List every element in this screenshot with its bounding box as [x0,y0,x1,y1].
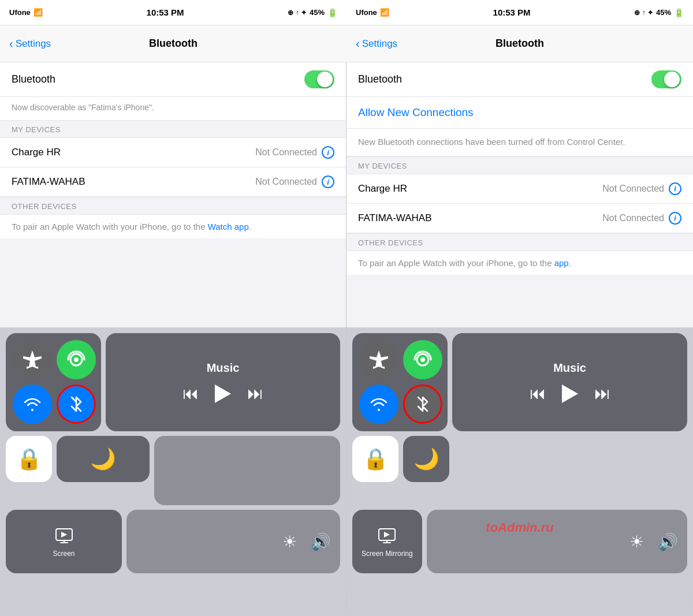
brightness-icon-right: ☀ [629,532,644,551]
battery-icon-left: 🔋 [327,8,337,17]
cc-music-left: Music ⏮ ⏭ [106,333,340,431]
back-button-left[interactable]: ‹ Settings [9,38,51,50]
battery-icon-right: 🔋 [674,8,684,17]
back-button-right[interactable]: ‹ Settings [356,38,397,50]
right-panel: Bluetooth Allow New Connections New Blue… [346,62,693,616]
play-btn-left[interactable] [215,384,231,403]
screen-mirroring-label-left: Screen [53,550,74,558]
location-icon-left: ⊕ ↑ ✦ [288,9,307,17]
bluetooth-row-left: Bluetooth [0,62,346,97]
status-bar-right: Ufone 📶 10:53 PM ⊕ ↑ ✦ 45% 🔋 [346,0,693,25]
lock-icon-left: 🔒 [16,447,42,471]
cc-connectivity-left [6,333,101,431]
cc-bottom-row-left: 🔒 🌙 [6,436,340,505]
toggle-knob-left [317,72,333,87]
device-status-charge-hr-right: Not Connected [602,184,664,194]
bluetooth-toggle-left[interactable] [304,70,334,88]
svg-marker-3 [61,532,67,537]
wifi-btn-right[interactable] [359,384,398,424]
cc-top-row-right: Music ⏮ ⏭ [352,333,687,431]
cellular-btn-left[interactable] [57,340,96,379]
control-center-overlay-left: Music ⏮ ⏭ 🔒 🌙 [0,327,346,616]
device-row-fatima-right: FATIMA-WAHAB Not Connected i [346,204,693,233]
device-name-charge-hr: Charge HR [12,147,61,158]
moon-icon-left: 🌙 [90,447,116,471]
airplane-btn-right[interactable] [359,340,398,379]
lock-rotation-btn-left[interactable]: 🔒 [6,436,52,482]
svg-marker-7 [384,532,390,537]
svg-point-1 [74,357,79,362]
bluetooth-row-right: Bluetooth [346,62,693,97]
empty-space-left [154,436,340,505]
bluetooth-toggle-right[interactable] [651,70,681,88]
device-right-charge-hr-right: Not Connected i [602,182,681,195]
allow-connections-btn[interactable]: Allow New Connections [358,106,474,118]
device-row-fatima: FATIMA-WAHAB Not Connected i [0,167,346,197]
device-status-fatima-right: Not Connected [602,213,664,223]
screen-mirroring-label-right: Screen Mirroring [362,550,413,558]
carrier-left: Ufone [9,8,31,17]
cellular-btn-right[interactable] [403,340,442,379]
device-row-charge-hr-right: Charge HR Not Connected i [346,174,693,204]
info-box-right: New Bluetooth connections have been turn… [346,129,693,156]
device-right-fatima-right: Not Connected i [602,212,681,225]
watermark: toAdmin.ru [486,520,553,535]
battery-right: 45% [656,8,671,17]
toggle-knob-right [664,72,680,87]
play-btn-right[interactable] [562,384,578,403]
left-panel: Bluetooth Now discoverable as "Fatima's … [0,62,346,616]
music-controls-left: ⏮ ⏭ [115,384,331,403]
screen-mirroring-btn-right[interactable]: Screen Mirroring [352,510,422,573]
device-name-fatima-right: FATIMA-WAHAB [358,212,432,224]
bluetooth-label-left: Bluetooth [12,73,55,85]
my-devices-header-right: MY DEVICES [346,157,693,174]
do-not-disturb-btn-left[interactable]: 🌙 [57,436,150,482]
lock-icon-right: 🔒 [363,447,389,471]
app-link-right[interactable]: app [554,258,569,268]
prev-btn-right[interactable]: ⏮ [530,384,546,403]
info-icon-fatima-right[interactable]: i [669,212,681,225]
screen-mirroring-btn-left[interactable]: Screen [6,510,122,573]
info-icon-charge-hr[interactable]: i [322,146,334,159]
info-box-text-right: New Bluetooth connections have been turn… [358,137,625,147]
battery-left: 45% [310,8,325,17]
time-right: 10:53 PM [493,8,531,17]
back-chevron-right: ‹ [356,37,360,50]
page-title-right: Bluetooth [495,38,544,50]
cc-bottom-row2-right: Screen Mirroring ☀ 🔊 [352,510,687,573]
bluetooth-btn-right[interactable] [403,384,442,424]
prev-btn-left[interactable]: ⏮ [182,384,199,403]
airplane-btn-left[interactable] [13,340,52,379]
cc-music-right: Music ⏮ ⏭ [452,333,687,431]
device-status-fatima: Not Connected [255,177,317,187]
brightness-icon-left: ☀ [282,532,297,551]
cc-bottom-row2-left: Screen ☀ 🔊 [6,510,340,573]
control-center-overlay-right: Music ⏮ ⏭ 🔒 🌙 [346,327,693,616]
back-chevron-left: ‹ [9,37,13,50]
nav-bar-right: ‹ Settings Bluetooth [346,25,693,62]
do-not-disturb-btn-right[interactable]: 🌙 [403,436,449,482]
other-devices-text-right: To pair an Apple Watch with your iPhone,… [346,251,693,275]
cc-top-row-left: Music ⏮ ⏭ [6,333,340,431]
back-label-right: Settings [362,38,397,50]
other-devices-text-left: To pair an Apple Watch with your iPhone,… [0,215,346,238]
bluetooth-label-right: Bluetooth [358,73,402,85]
nav-bar-left: ‹ Settings Bluetooth [0,25,346,62]
back-label-left: Settings [16,38,51,50]
watch-app-link[interactable]: Watch app [208,222,249,232]
brightness-volume-left: ☀ 🔊 [126,510,340,573]
info-icon-charge-hr-right[interactable]: i [669,182,681,195]
other-devices-header-left: OTHER DEVICES [0,197,346,214]
device-right-fatima: Not Connected i [255,176,334,188]
lock-rotation-btn-right[interactable]: 🔒 [352,436,398,482]
next-btn-right[interactable]: ⏭ [594,384,610,403]
info-icon-fatima[interactable]: i [322,176,334,188]
other-devices-header-right: OTHER DEVICES [346,234,693,251]
next-btn-left[interactable]: ⏭ [247,384,263,403]
volume-icon-left: 🔊 [311,532,331,551]
bluetooth-btn-left[interactable] [57,384,96,424]
music-controls-right: ⏮ ⏭ [461,384,678,403]
wifi-btn-left[interactable] [13,384,52,424]
moon-icon-right: 🌙 [413,447,439,471]
wifi-icon-right: 📶 [380,8,389,17]
